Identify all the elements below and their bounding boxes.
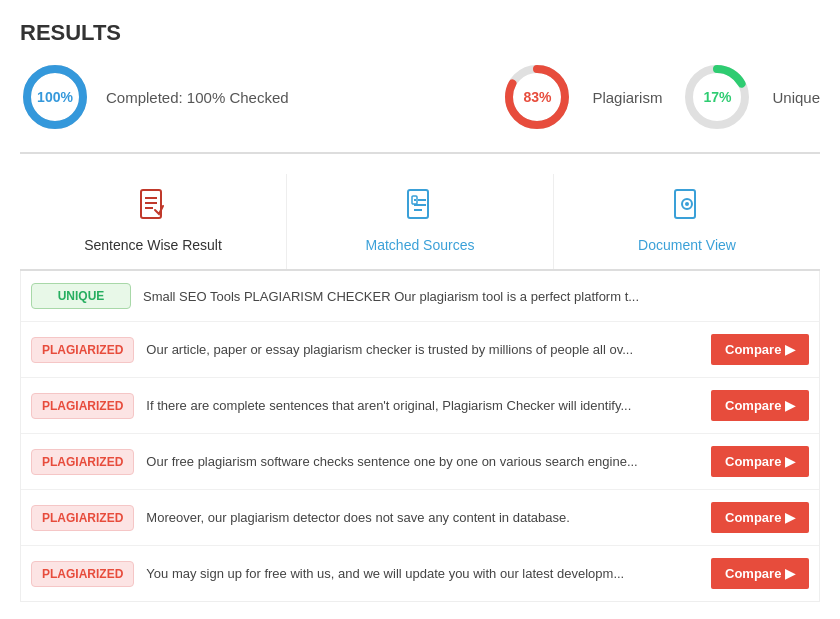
unique-label: Unique (772, 89, 820, 106)
result-text: Our article, paper or essay plagiarism c… (146, 342, 699, 357)
result-text: You may sign up for free with us, and we… (146, 566, 699, 581)
table-row: PLAGIARIZED Our free plagiarism software… (21, 434, 819, 490)
badge-plagiarized: PLAGIARIZED (31, 449, 134, 475)
tab-matched-icon (402, 186, 438, 229)
badge-unique: Unique (31, 283, 131, 309)
right-stat: 83% Plagiarism 17% Unique (502, 62, 820, 132)
tab-document-view[interactable]: Document View (554, 174, 820, 269)
tab-matched-sources[interactable]: Matched Sources (287, 174, 554, 269)
left-stat: 100% Completed: 100% Checked (20, 62, 289, 132)
table-row: PLAGIARIZED Our article, paper or essay … (21, 322, 819, 378)
compare-button[interactable]: Compare (711, 334, 809, 365)
completed-pct: 100% (37, 89, 73, 105)
result-text: Small SEO Tools PLAGIARISM CHECKER Our p… (143, 289, 809, 304)
table-row: Unique Small SEO Tools PLAGIARISM CHECKE… (21, 271, 819, 322)
top-stats-bar: 100% Completed: 100% Checked 83% Plagiar… (20, 62, 820, 132)
tab-sentence-wise[interactable]: Sentence Wise Result (20, 174, 287, 269)
tab-sentence-label: Sentence Wise Result (84, 237, 222, 253)
plagiarism-circle: 83% (502, 62, 572, 132)
badge-plagiarized: PLAGIARIZED (31, 505, 134, 531)
badge-plagiarized: PLAGIARIZED (31, 393, 134, 419)
results-list: Unique Small SEO Tools PLAGIARISM CHECKE… (20, 271, 820, 602)
plagiarism-label: Plagiarism (592, 89, 662, 106)
unique-circle: 17% (682, 62, 752, 132)
compare-button[interactable]: Compare (711, 558, 809, 589)
result-text: If there are complete sentences that are… (146, 398, 699, 413)
unique-pct: 17% (703, 89, 731, 105)
completed-circle: 100% (20, 62, 90, 132)
compare-button[interactable]: Compare (711, 446, 809, 477)
completed-label: Completed: 100% Checked (106, 89, 289, 106)
result-text: Moreover, our plagiarism detector does n… (146, 510, 699, 525)
plagiarism-pct: 83% (523, 89, 551, 105)
tab-matched-label: Matched Sources (366, 237, 475, 253)
table-row: PLAGIARIZED If there are complete senten… (21, 378, 819, 434)
svg-point-18 (685, 202, 689, 206)
tab-document-label: Document View (638, 237, 736, 253)
table-row: PLAGIARIZED Moreover, our plagiarism det… (21, 490, 819, 546)
badge-plagiarized: PLAGIARIZED (31, 337, 134, 363)
results-title: RESULTS (20, 20, 820, 46)
compare-button[interactable]: Compare (711, 390, 809, 421)
result-text: Our free plagiarism software checks sent… (146, 454, 699, 469)
tab-sentence-icon (135, 186, 171, 229)
tabs-container: Sentence Wise Result Matched Sources Doc… (20, 174, 820, 271)
divider (20, 152, 820, 154)
table-row: PLAGIARIZED You may sign up for free wit… (21, 546, 819, 601)
compare-button[interactable]: Compare (711, 502, 809, 533)
badge-plagiarized: PLAGIARIZED (31, 561, 134, 587)
tab-document-icon (669, 186, 705, 229)
